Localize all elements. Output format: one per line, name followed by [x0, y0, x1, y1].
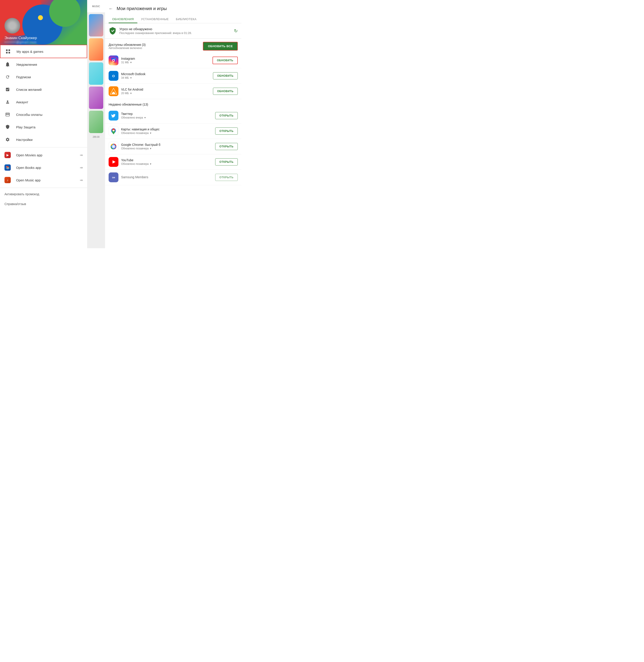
- refresh-icon: [4, 74, 11, 80]
- sidebar-item-my-apps[interactable]: My apps & games: [0, 45, 87, 58]
- books-icon: 📚: [4, 164, 11, 171]
- update-vlc-button[interactable]: ОБНОВИТЬ: [213, 88, 238, 95]
- twitter-icon: [109, 111, 118, 120]
- app-meta-text: Обновлено позавчера: [121, 162, 148, 166]
- my-apps-panel: ← Мои приложения и игры ОБНОВЛЕНИЯ УСТАН…: [105, 0, 242, 248]
- sidebar-item-movies[interactable]: ▶ Open Movies app ⇒: [0, 149, 87, 161]
- help-feedback-item[interactable]: Справка/отзыв: [0, 199, 87, 209]
- card-image: [89, 38, 103, 61]
- app-name: Instagram: [121, 57, 212, 60]
- tab-updates[interactable]: ОБНОВЛЕНИЯ: [109, 15, 137, 23]
- app-meta-text: Обновлено позавчера: [121, 147, 148, 150]
- app-name: Карты: навигация и общес: [121, 128, 215, 131]
- app-name: Samsung Members: [121, 175, 215, 179]
- sidebar-item-label: My apps & games: [17, 50, 82, 53]
- bg-yellow-dot: [38, 15, 43, 20]
- sidebar-item-label: Play Защита: [16, 125, 83, 129]
- arrow-icon: ⇒: [80, 166, 83, 170]
- svg-rect-0: [6, 49, 7, 51]
- updates-subtitle: Автообновление включено: [109, 46, 146, 50]
- email-label: ••••••••@gmail.com: [4, 41, 37, 44]
- security-refresh-button[interactable]: ↻: [234, 28, 238, 34]
- tab-installed[interactable]: УСТАНОВЛЕННЫЕ: [137, 15, 172, 23]
- update-all-button[interactable]: ОБНОВИТЬ ВСЕ: [203, 42, 238, 50]
- svg-text:SM: SM: [112, 176, 115, 179]
- app-meta-text: Обновлено вчера: [121, 116, 143, 119]
- sidebar-item-music[interactable]: ♪ Open Music app ⇒: [0, 174, 87, 186]
- update-instagram-button[interactable]: ОБНОВИТЬ: [212, 57, 238, 64]
- page-header: ← Мои приложения и игры: [105, 0, 242, 14]
- gear-icon: [4, 136, 11, 143]
- app-meta: Обновлено позавчера ▾: [121, 132, 215, 135]
- music-icon: ♪: [4, 177, 11, 183]
- tab-library[interactable]: БИБЛИОТЕКА: [172, 15, 200, 23]
- app-info-maps: Карты: навигация и общес Обновлено позав…: [121, 128, 215, 135]
- sidebar-item-notifications[interactable]: Уведомления: [0, 58, 87, 71]
- app-item-maps: Карты: навигация и общес Обновлено позав…: [105, 124, 242, 139]
- sidebar-item-payment[interactable]: Способы оплаты: [0, 108, 87, 121]
- sidebar-item-label: Подписки: [16, 75, 83, 79]
- middle-card-4: [89, 87, 103, 109]
- security-banner: Угроз не обнаружено Последнее сканирован…: [105, 23, 242, 39]
- card-image: [89, 87, 103, 109]
- update-outlook-button[interactable]: ОБНОВИТЬ: [213, 72, 238, 80]
- person-icon: [4, 99, 11, 105]
- app-item-outlook: O Microsoft Outlook 34 МБ ▾ ОБНОВИТЬ: [105, 68, 242, 84]
- open-youtube-button[interactable]: ОТКРЫТЬ: [215, 158, 238, 166]
- grid-icon: [5, 48, 11, 54]
- open-chrome-button[interactable]: ОТКРЫТЬ: [215, 143, 238, 150]
- sidebar-item-play-protect[interactable]: Play Защита: [0, 121, 87, 133]
- card-image: [89, 14, 103, 37]
- chevron-down-icon: ▾: [130, 61, 132, 64]
- middle-card-3: [89, 62, 103, 85]
- sidebar-item-label: Способы оплаты: [16, 113, 83, 116]
- chevron-down-icon: ▾: [150, 132, 151, 135]
- shield-check-icon: [109, 27, 117, 35]
- app-meta: Обновлено вчера ▾: [121, 116, 215, 119]
- sidebar-item-account[interactable]: Аккаунт: [0, 96, 87, 108]
- svg-rect-4: [111, 58, 116, 63]
- svg-point-6: [115, 59, 115, 59]
- avatar-image: [4, 18, 20, 34]
- middle-header: MUSIC: [87, 0, 105, 12]
- app-item-youtube: YouTube Обновлено позавчера ▾ ОТКРЫТЬ: [105, 154, 242, 170]
- card-icon: [4, 111, 11, 118]
- open-twitter-button[interactable]: ОТКРЫТЬ: [215, 112, 238, 119]
- middle-panel: MUSIC 289.00: [87, 0, 105, 248]
- app-info-vlc: VLC for Android 20 МБ ▾: [121, 88, 213, 95]
- chevron-down-icon: ▾: [150, 147, 151, 150]
- security-title: Угроз не обнаружено: [119, 27, 234, 31]
- promo-code-item[interactable]: Активировать промокод: [0, 189, 87, 199]
- open-samsung-button[interactable]: ОТКРЫТЬ: [215, 174, 238, 181]
- sidebar-item-settings[interactable]: Настройки: [0, 133, 87, 146]
- svg-point-16: [113, 130, 114, 132]
- updates-info: Доступны обновления (3) Автообновление в…: [109, 43, 146, 50]
- recent-section-header: Недавно обновленные (13): [105, 99, 242, 108]
- sidebar-item-wishlist[interactable]: Список желаний: [0, 83, 87, 96]
- sidebar-item-label: Open Movies app: [16, 153, 80, 157]
- app-info-outlook: Microsoft Outlook 34 МБ ▾: [121, 72, 213, 80]
- vlc-icon: [109, 86, 118, 96]
- sidebar-item-label: Список желаний: [16, 88, 83, 91]
- sidebar-item-label: Аккаунт: [16, 100, 83, 104]
- drawer-header: Энакин Скайуокер ••••••••@gmail.com: [0, 0, 87, 45]
- sidebar-item-label: Open Books app: [16, 166, 80, 170]
- app-item-samsung: SM Samsung Members ОТКРЫТЬ: [105, 170, 242, 185]
- sidebar-item-subscriptions[interactable]: Подписки: [0, 71, 87, 83]
- updates-header: Доступны обновления (3) Автообновление в…: [105, 39, 242, 53]
- card-image: [89, 111, 103, 133]
- sidebar-item-label: Open Music app: [16, 178, 80, 182]
- sidebar-item-label: Настройки: [16, 138, 83, 141]
- app-info-samsung: Samsung Members: [121, 175, 215, 179]
- app-item-chrome: Google Chrome: быстрый б Обновлено позав…: [105, 139, 242, 154]
- chevron-down-icon: ▾: [130, 92, 132, 95]
- back-button[interactable]: ←: [109, 6, 113, 11]
- chevron-down-icon: ▾: [144, 116, 146, 119]
- chrome-icon: [109, 141, 118, 151]
- open-maps-button[interactable]: ОТКРЫТЬ: [215, 128, 238, 135]
- promo-label: 289.00: [89, 135, 103, 139]
- security-info: Угроз не обнаружено Последнее сканирован…: [119, 27, 234, 35]
- app-size: 20 МБ: [121, 92, 129, 95]
- card-image: [89, 62, 103, 85]
- sidebar-item-books[interactable]: 📚 Open Books app ⇒: [0, 161, 87, 174]
